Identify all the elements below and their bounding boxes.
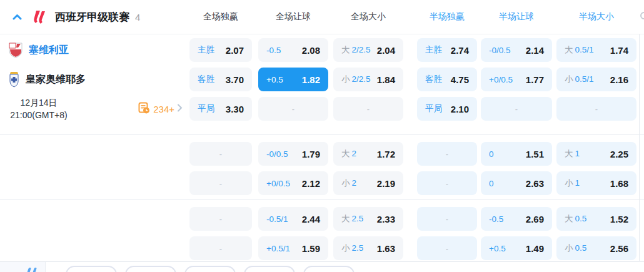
over-under-prefix: 大 [341,214,350,223]
odds-cell[interactable]: +0.51.82 [258,68,328,91]
odds-cell[interactable]: 小2.51.63 [333,236,403,260]
cutoff-corner-icon [640,12,644,19]
odds-selection-label: -0.5/1 [266,214,288,224]
filter-pill[interactable] [184,266,236,272]
odds-value: 2.16 [610,74,628,85]
column-header-ft-handicap[interactable]: 全场让球 [258,11,328,23]
odds-cell[interactable]: -0/0.52.14 [481,38,552,62]
odds-row: 主胜2.07-0.52.08大2/2.52.04主胜2.74-0/0.52.14… [188,38,644,62]
odds-row: -+0/0.52.12小22.19-02.63小11.68 [188,171,644,195]
odds-cell[interactable]: +0.51.49 [481,236,552,260]
match-meta-row: 12月14日 21:00(GMT+8) 234+ [0,97,188,121]
odds-value: 1.82 [302,74,320,85]
filter-pill[interactable] [244,266,295,272]
odds-cell[interactable]: 小22.19 [333,171,403,195]
odds-cell[interactable]: 客胜4.75 [417,68,477,91]
odds-cell[interactable]: +0.5/11.59 [258,236,328,260]
odds-selection-label: -0/0.5 [266,149,288,159]
odds-board: 西班牙甲级联赛 4 全场独赢 全场让球 全场大小 半场独赢 半场让球 半场大小 … [0,0,644,272]
spacer-panel [0,207,188,260]
odds-cell[interactable]: 客胜3.70 [189,68,252,91]
column-header-ht-handicap[interactable]: 半场让球 [481,11,552,23]
no-odds-dash: - [446,244,448,253]
odds-selection-label: 小2 [341,178,356,189]
no-odds-dash: - [219,149,222,159]
odds-cell[interactable]: 小0.5/12.16 [556,68,636,91]
right-column-divider [639,34,640,261]
odds-cell[interactable]: 小2/2.51.84 [333,68,403,91]
over-under-prefix: 大 [565,214,573,223]
filter-pill[interactable] [66,266,117,272]
no-odds-dash: - [595,104,598,114]
column-header-ht-1x2[interactable]: 半场独赢 [417,11,477,23]
odds-cell[interactable]: 主胜2.74 [417,38,477,62]
odds-cell[interactable]: 大21.72 [333,142,403,166]
odds-cell[interactable]: 小11.68 [556,171,636,195]
filter-pill[interactable] [303,266,355,272]
odds-cell[interactable]: 平局2.10 [417,97,477,121]
odds-value: 2.74 [451,45,469,56]
match-info: 塞维利亚 皇家奥维耶多 12月14日 21:00(GMT+8) [0,38,188,126]
odds-value: 2.33 [377,214,395,224]
column-header-ht-overunder[interactable]: 半场大小 [556,11,636,23]
over-under-prefix: 小 [565,243,573,253]
filter-pill[interactable] [125,266,176,272]
odds-value: 1.84 [377,74,395,85]
odds-cell[interactable]: 平局3.30 [189,97,252,121]
odds-value: 2.25 [610,149,628,159]
odds-value: 2.14 [526,45,544,56]
odds-cell[interactable]: 大2/2.52.04 [333,38,403,62]
odds-selection-label: 大1 [565,148,580,159]
odds-value: 2.69 [526,214,544,224]
match-datetime: 12月14日 21:00(GMT+8) [4,96,74,121]
collapse-chevron-up-icon[interactable] [13,14,22,20]
chevron-right-icon [177,103,183,114]
odds-selection-label: 小2.5 [341,243,363,254]
odds-selection-label: +0/0.5 [489,75,513,84]
odds-cell[interactable]: +0/0.51.77 [481,68,552,91]
odds-row: 客胜3.70+0.51.82小2/2.51.84客胜4.75+0/0.51.77… [188,68,644,91]
odds-value: 3.70 [226,74,244,85]
odds-cell-empty: - [556,97,636,121]
over-under-prefix: 小 [565,178,573,188]
no-odds-dash: - [219,179,222,188]
odds-selection-label: 客胜 [198,74,214,85]
odds-cell-empty: - [189,207,252,231]
odds-cell-empty: - [189,171,252,195]
odds-cell[interactable]: 小0.52.56 [556,236,636,260]
over-under-prefix: 小 [341,243,350,253]
odds-cell[interactable]: -0.52.69 [481,207,552,231]
more-markets-button[interactable]: 234+ [138,102,183,116]
odds-cell[interactable]: -0.5/12.44 [258,207,328,231]
odds-cell[interactable]: 大12.25 [556,142,636,166]
next-league-logo-icon [28,268,39,272]
league-title[interactable]: 西班牙甲级联赛 [55,10,129,24]
odds-value: 1.52 [610,214,628,224]
odds-cell[interactable]: 01.51 [481,142,552,166]
no-odds-dash: - [367,104,370,114]
odds-cell[interactable]: 02.63 [481,171,552,195]
odds-value: 2.19 [377,178,395,189]
odds-row: --0.5/12.44大2.52.33--0.52.69大0.51.52 [188,207,644,231]
odds-row: --0/0.51.79大21.72-01.51大12.25 [188,142,644,166]
odds-selection-label: 大0.5/1 [565,44,594,56]
no-odds-dash: - [446,179,448,188]
no-odds-dash: - [292,104,294,114]
match-group-main: 塞维利亚 皇家奥维耶多 12月14日 21:00(GMT+8) [0,34,644,134]
odds-cell[interactable]: 大2.52.33 [333,207,403,231]
over-under-prefix: 大 [341,149,350,158]
odds-cell[interactable]: -0.52.08 [258,38,328,62]
odds-cell-empty: - [481,97,552,121]
odds-cell[interactable]: +0/0.52.12 [258,171,328,195]
column-header-ft-overunder[interactable]: 全场大小 [333,11,403,23]
odds-cell[interactable]: 大0.51.52 [556,207,636,231]
no-odds-dash: - [515,104,518,114]
odds-cell[interactable]: -0/0.51.79 [258,142,328,166]
column-header-ft-1x2[interactable]: 全场独赢 [189,11,252,23]
odds-cell-empty: - [417,171,477,195]
odds-cell-empty: - [258,97,328,121]
odds-cell[interactable]: 主胜2.07 [189,38,252,62]
odds-cell-empty: - [333,97,403,121]
odds-cell[interactable]: 大0.5/11.74 [556,38,636,62]
odds-selection-label: +0.5 [489,244,506,253]
